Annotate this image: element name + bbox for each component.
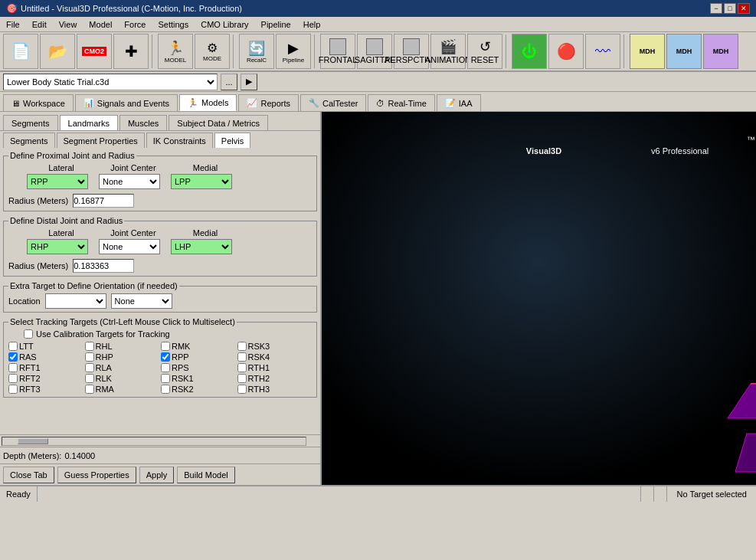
distal-radius-input[interactable] [73,259,134,273]
h-scroll-thumb[interactable] [18,438,48,444]
filepath-dropdown[interactable]: Lower Body Static Trial.c3d [3,74,218,90]
tab-reports[interactable]: 📈 Reports [238,94,299,111]
tab-iaa[interactable]: 📝 IAA [437,94,481,111]
contenttab-segments[interactable]: Segments [3,133,55,148]
menu-edit[interactable]: Edit [26,18,53,31]
filepath-browse-btn[interactable]: ... [221,74,237,90]
toolbar-reset-btn[interactable]: ↺ RESET [467,34,502,69]
guess-properties-button[interactable]: Guess Properties [57,467,136,483]
extra-target-location-dropdown[interactable] [45,293,106,309]
checkbox-rft1[interactable]: RFT1 [8,363,83,372]
tab-signals[interactable]: 📊 Signals and Events [75,94,178,111]
toolbar-perspective-btn[interactable]: PERSPCTIVE [394,34,429,69]
tracking-legend: Select Tracking Targets (Ctrl-Left Mouse… [8,317,237,326]
toolbar-new-btn[interactable]: 📄 [3,34,38,69]
checkbox-rpp[interactable]: RPP [161,352,236,362]
checkbox-rsk2[interactable]: RSK2 [161,385,236,394]
toolbar-mdh2-btn[interactable]: MDH [666,34,702,69]
checkbox-ras[interactable]: RAS [8,352,83,362]
checkbox-rps[interactable]: RPS [161,363,236,372]
menu-view[interactable]: View [53,18,83,31]
contenttab-segment-properties[interactable]: Segment Properties [57,133,145,148]
toolbar-cmo2-btn[interactable]: CMO2 [77,34,112,69]
menu-cmo-library[interactable]: CMO Library [195,18,254,31]
toolbar-wave-btn[interactable]: 〰 [585,34,620,69]
checkbox-rsk4[interactable]: RSK4 [237,352,313,362]
extra-target-none-dropdown[interactable]: None [111,293,172,309]
toolbar-add-btn[interactable]: ✚ [113,34,149,69]
menu-force[interactable]: Force [118,18,152,31]
build-model-button[interactable]: Build Model [177,467,234,483]
toolbar-green-btn[interactable]: ⏻ [512,34,547,69]
checkbox-rhp[interactable]: RHP [85,352,160,362]
maximize-button[interactable]: □ [724,3,736,14]
filepath-action-btn[interactable]: ▶ [241,74,257,90]
proximal-lateral-dropdown[interactable]: RPP [27,174,88,189]
h-scroll-track[interactable] [2,437,306,446]
action-icon: ▶ [246,77,252,87]
toolbar-red-btn[interactable]: 🔴 [548,34,584,69]
realtime-tab-icon: ⏱ [376,99,385,108]
toolbar-model-btn[interactable]: 🏃 MODEL [158,34,193,69]
main-content: Segments Landmarks Muscles Subject Data … [0,112,756,485]
3d-viewport[interactable]: Visual3D v6 Professional ™ Z Y X [322,112,756,485]
toolbar-mdh3-btn[interactable]: MDH [703,34,738,69]
checkbox-rth2[interactable]: RTH2 [237,374,313,383]
checkbox-rft2[interactable]: RFT2 [8,374,83,383]
close-button[interactable]: ✕ [738,3,750,14]
checkbox-rft3[interactable]: RFT3 [8,385,83,394]
checkbox-rsk3[interactable]: RSK3 [237,342,313,351]
green-power-icon: ⏻ [522,43,537,61]
separator-4 [506,34,509,68]
apply-button[interactable]: Apply [139,467,175,483]
checkbox-ltt[interactable]: LTT [8,342,83,351]
app-title: Untitled - Visual3D Professional (C-Moti… [21,4,242,13]
subtab-landmarks[interactable]: Landmarks [60,115,118,130]
tab-models[interactable]: 🏃 Models [179,94,237,111]
subtab-muscles[interactable]: Muscles [119,115,167,130]
checkbox-rhl[interactable]: RHL [85,342,160,351]
main-tab-bar: 🖥 Workspace 📊 Signals and Events 🏃 Model… [0,92,756,112]
proximal-radius-input[interactable] [73,194,134,208]
checkbox-rth1[interactable]: RTH1 [237,363,313,372]
contenttab-ik-constraints[interactable]: IK Constraints [146,133,213,148]
proximal-medial-dropdown[interactable]: LPP [171,174,232,189]
toolbar-pipeline-btn[interactable]: ▶ Pipeline [276,34,311,69]
menu-model[interactable]: Model [83,18,118,31]
toolbar-mode-btn[interactable]: ⚙ MODE [195,34,230,69]
use-calibration-checkbox[interactable] [24,329,33,339]
menu-file[interactable]: File [0,18,26,31]
distal-medial-dropdown[interactable]: LHP [171,239,232,254]
menu-settings[interactable]: Settings [152,18,195,31]
distal-jc-dropdown[interactable]: None [99,239,160,254]
tab-workspace[interactable]: 🖥 Workspace [3,94,74,111]
minimize-button[interactable]: − [710,3,722,14]
subtab-segments[interactable]: Segments [3,115,58,130]
toolbar-frontal-btn[interactable]: FRONTAL [320,34,355,69]
menu-help[interactable]: Help [297,18,327,31]
title-controls[interactable]: − □ ✕ [710,3,750,14]
subtab-subject-data[interactable]: Subject Data / Metrics [169,115,268,130]
checkbox-rlk[interactable]: RLK [85,374,160,383]
toolbar-recalc-btn[interactable]: 🔄 RecalC [239,34,274,69]
proximal-jc-dropdown[interactable]: None [99,174,160,189]
distal-joint-section: Define Distal Joint and Radius Lateral J… [3,216,317,277]
separator-5 [623,34,627,68]
checkbox-rsk1[interactable]: RSK1 [161,374,236,383]
toolbar-open-btn[interactable]: 📂 [40,34,75,69]
checkbox-rma[interactable]: RMA [85,385,160,394]
distal-lateral-dropdown[interactable]: RHP [27,239,88,254]
toolbar-mdh1-btn[interactable]: MDH [630,34,665,69]
close-tab-button[interactable]: Close Tab [3,467,54,483]
mdh2-label: MDH [676,47,692,55]
tab-caltester[interactable]: 🔧 CalTester [300,94,366,111]
checkbox-rla[interactable]: RLA [85,363,160,372]
menu-pipeline[interactable]: Pipeline [255,18,297,31]
caltester-tab-icon: 🔧 [309,98,319,108]
checkbox-rmk[interactable]: RMK [161,342,236,351]
checkbox-rth3[interactable]: RTH3 [237,385,313,394]
tab-realtime[interactable]: ⏱ Real-Time [368,94,434,111]
toolbar-animation-btn[interactable]: 🎬 ANIMATION [430,34,466,69]
h-scrollbar[interactable] [0,434,320,447]
contenttab-pelvis[interactable]: Pelvis [214,133,250,148]
